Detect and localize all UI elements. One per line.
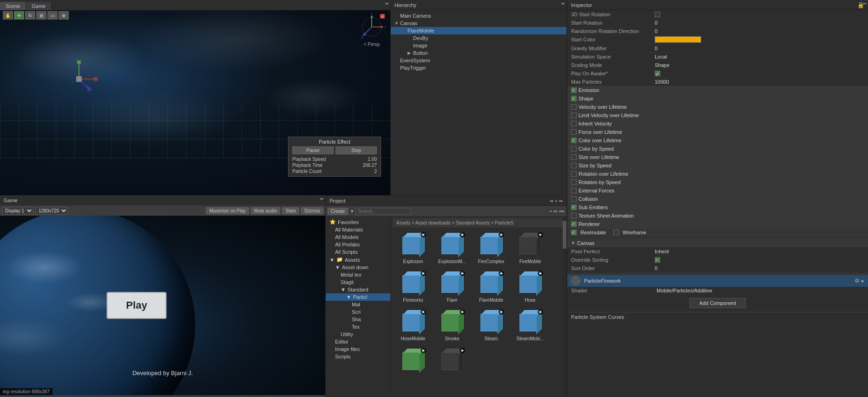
display-select[interactable]: Display 1: [2, 207, 33, 215]
section-sub-emitters[interactable]: ✓ Sub Emitters: [567, 203, 868, 212]
checkbox-size-lifetime[interactable]: [571, 154, 577, 160]
checkbox-texture-sheet[interactable]: [571, 213, 577, 218]
asset-extra1[interactable]: ▶: [395, 345, 432, 377]
checkbox-play-on-awake[interactable]: ✓: [655, 71, 660, 76]
pause-button[interactable]: Pause: [292, 146, 334, 154]
create-dropdown-icon[interactable]: ▾: [351, 208, 354, 214]
section-rotation-lifetime[interactable]: Rotation over Lifetime: [567, 170, 868, 178]
sidebar-all-materials[interactable]: All Materials: [326, 226, 390, 233]
asset-firecomplex[interactable]: ▶ FireComplex: [473, 229, 510, 266]
project-scrollbar[interactable]: [563, 216, 566, 397]
checkbox-wireframe[interactable]: [613, 230, 619, 235]
stats-btn[interactable]: Stats: [282, 207, 299, 214]
tab-game-scene[interactable]: Game: [26, 2, 52, 10]
checkbox-shape[interactable]: ✓: [571, 96, 577, 101]
asset-hosemobile[interactable]: ▶ HoseMobile: [395, 306, 432, 343]
section-renderer[interactable]: ✓ Renderer: [567, 220, 868, 228]
sidebar-particl[interactable]: ▼ Particl: [326, 293, 390, 301]
checkbox-color-speed[interactable]: [571, 146, 577, 152]
proj-icon2[interactable]: ▪▪: [553, 208, 557, 214]
inspector-maximize[interactable]: ▪▪: [863, 1, 866, 6]
project-scrollbar-thumb[interactable]: [563, 221, 566, 249]
sidebar-scripts[interactable]: Scripts: [326, 353, 390, 360]
section-limit-velocity[interactable]: Limit Velocity over Lifetime: [567, 111, 868, 119]
tool-rotate[interactable]: ↻: [25, 11, 35, 20]
color-swatch-start[interactable]: [655, 36, 701, 43]
tree-main-camera[interactable]: Main Camera: [391, 12, 566, 20]
asset-smoke[interactable]: ▶ Smoke: [434, 306, 471, 343]
asset-fireworks[interactable]: ▶ Fireworks: [395, 268, 432, 304]
sidebar-utility[interactable]: Utility: [326, 331, 390, 338]
sidebar-all-models[interactable]: All Models: [326, 233, 390, 241]
sidebar-mat[interactable]: Mat: [326, 301, 390, 308]
stop-button[interactable]: Stop: [335, 146, 377, 154]
checkbox-sub-emitters[interactable]: ✓: [571, 205, 577, 210]
checkbox-inherit-velocity[interactable]: [571, 121, 577, 126]
section-rotation-speed[interactable]: Rotation by Speed: [567, 178, 868, 186]
asset-hose[interactable]: ▶ Hose: [512, 268, 549, 304]
sidebar-all-scripts[interactable]: All Scripts: [326, 248, 390, 256]
project-search-input[interactable]: [355, 208, 411, 215]
section-color-speed[interactable]: Color by Speed: [567, 145, 868, 153]
checkbox-velocity-lifetime[interactable]: [571, 104, 577, 110]
hierarchy-tab-label[interactable]: Hierarchy: [395, 2, 416, 8]
sidebar-sha[interactable]: Sha: [326, 316, 390, 323]
tab-scene[interactable]: Scene: [0, 2, 26, 10]
checkbox-external-forces[interactable]: [571, 188, 577, 193]
checkbox-resimulate[interactable]: ✓: [571, 230, 577, 235]
checkbox-size-speed[interactable]: [571, 163, 577, 168]
checkbox-limit-velocity[interactable]: [571, 112, 577, 118]
section-texture-sheet[interactable]: Texture Sheet Animation: [567, 212, 868, 220]
maximize-play-btn[interactable]: Maximize on Play: [206, 207, 249, 214]
pf-icon-1[interactable]: ⚙: [855, 278, 860, 284]
sidebar-scri[interactable]: Scri: [326, 308, 390, 316]
section-canvas[interactable]: ▼ Canvas: [567, 239, 868, 247]
tree-image[interactable]: Image: [391, 42, 566, 49]
project-tab-label[interactable]: Project: [329, 198, 345, 204]
tree-play-trigger[interactable]: PlayTrigger: [391, 64, 566, 72]
hierarchy-maximize[interactable]: ▪▪: [561, 1, 565, 6]
tool-move[interactable]: ✛: [14, 11, 24, 20]
sidebar-editor[interactable]: Editor: [326, 338, 390, 345]
asset-firemobile[interactable]: ▶ FireMobile: [512, 229, 549, 266]
checkbox-rotation-lifetime[interactable]: [571, 171, 577, 177]
sidebar-tex[interactable]: Tex: [326, 323, 390, 331]
section-external-forces[interactable]: External Forces: [567, 186, 868, 195]
create-button[interactable]: Create: [328, 208, 348, 215]
section-inherit-velocity[interactable]: Inherit Velocity: [567, 119, 868, 128]
project-header-icon2[interactable]: ▪: [555, 198, 557, 204]
sidebar-all-prefabs[interactable]: All Prefabs: [326, 241, 390, 248]
section-shape[interactable]: ✓ Shape: [567, 94, 868, 103]
sidebar-stagit[interactable]: Stagit: [326, 278, 390, 286]
asset-flaremobile[interactable]: ▶ FlareMobile: [473, 268, 510, 304]
section-emission[interactable]: ✓ Emission: [567, 86, 868, 94]
sidebar-image-files[interactable]: Image files: [326, 345, 390, 353]
section-velocity-lifetime[interactable]: Velocity over Lifetime: [567, 103, 868, 111]
project-header-icon3[interactable]: ▪▪: [559, 198, 563, 204]
tree-flare-mobile[interactable]: FlareMobile: [391, 27, 566, 34]
pf-icon-2[interactable]: ▸: [861, 278, 864, 284]
section-collision[interactable]: Collision: [567, 195, 868, 203]
tree-button[interactable]: ▶ Button: [391, 49, 566, 57]
tool-hand[interactable]: ✋: [3, 11, 13, 20]
checkbox-force-lifetime[interactable]: [571, 129, 577, 135]
proj-icon3[interactable]: ▪▪▪: [559, 208, 565, 214]
section-force-lifetime[interactable]: Force over Lifetime: [567, 128, 868, 136]
asset-explosion[interactable]: ▶ Explosion: [395, 229, 432, 266]
sidebar-assets[interactable]: ▼ 📁 Assets: [326, 256, 390, 264]
tree-canvas[interactable]: ▼ Canvas: [391, 20, 566, 27]
sidebar-favorites[interactable]: ⭐ Favorites: [326, 218, 390, 226]
checkbox-rotation-speed[interactable]: [571, 179, 577, 185]
tool-rect[interactable]: ▭: [47, 11, 58, 20]
sidebar-asset-down[interactable]: ▼ Asset down: [326, 264, 390, 271]
section-size-speed[interactable]: Size by Speed: [567, 161, 868, 170]
asset-flare[interactable]: ▶ Flare: [434, 268, 471, 304]
play-button[interactable]: Play: [106, 292, 166, 319]
checkbox-3d-start-rotation[interactable]: [655, 12, 660, 17]
game-tab-label[interactable]: Game: [4, 198, 18, 203]
asset-extra2[interactable]: ▶: [434, 345, 471, 377]
tree-event-system[interactable]: EventSystem: [391, 57, 566, 64]
tool-scale[interactable]: ⊞: [36, 11, 46, 20]
section-size-lifetime[interactable]: Size over Lifetime: [567, 153, 868, 161]
project-header-icon1[interactable]: ▪▪: [550, 198, 553, 204]
